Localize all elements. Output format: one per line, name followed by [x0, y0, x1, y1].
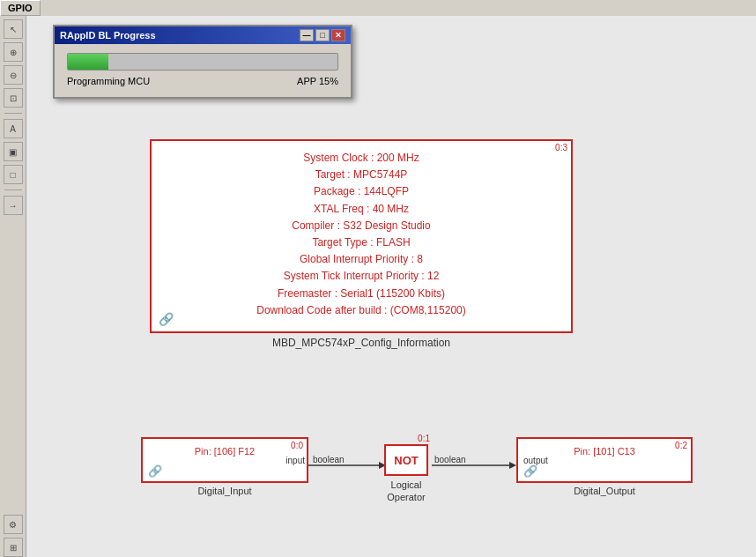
info-line-0: System Clock : 200 MHz [169, 150, 553, 167]
dialog-controls: — □ ✕ [300, 29, 345, 41]
boolean-label-2: boolean [434, 455, 466, 464]
digital-input-label: Digital_Input [141, 486, 308, 496]
info-line-7: System Tick Interrupt Priority : 12 [169, 268, 553, 285]
grid-btn[interactable]: ⊞ [4, 538, 23, 557]
info-line-5: Target Type : FLASH [169, 234, 553, 251]
info-line-3: XTAL Freq : 40 MHz [169, 201, 553, 218]
dialog-titlebar: RAppID BL Progress — □ ✕ [55, 26, 351, 44]
not-block-label: LogicalOperator [384, 479, 428, 504]
gpio-tab[interactable]: GPIO [0, 0, 41, 17]
info-line-2: Package : 144LQFP [169, 183, 553, 200]
digital-input-corner-id: 0:0 [291, 441, 303, 450]
digital-input-content: Pin: [106] F12 [143, 439, 307, 464]
digital-output-container: 0:2 Pin: [101] C13 output 🔗 Digital_Outp… [516, 437, 693, 496]
digital-output-label: Digital_Output [516, 486, 693, 496]
svg-marker-3 [509, 462, 516, 469]
info-box-label: MBD_MPC574xP_Config_Information [272, 337, 450, 349]
arrow-btn[interactable]: → [4, 196, 23, 215]
digital-output-port-label: output [521, 456, 548, 465]
digital-input-link-icon: 🔗 [148, 464, 162, 478]
text-btn[interactable]: A [4, 119, 23, 138]
close-button[interactable]: ✕ [331, 29, 345, 41]
progress-dialog: RAppID BL Progress — □ ✕ Programming MCU… [53, 25, 352, 99]
fit-btn[interactable]: ⊡ [4, 88, 23, 108]
boolean-label-1: boolean [313, 455, 345, 464]
info-link-icon: 🔗 [159, 312, 174, 326]
dialog-title: RAppID BL Progress [60, 30, 300, 41]
digital-output-block[interactable]: 0:2 Pin: [101] C13 output 🔗 [516, 437, 693, 483]
not-block-corner-id: 0:1 [418, 434, 430, 443]
rect-btn[interactable]: □ [4, 165, 23, 184]
left-toolbar: ↖ ⊕ ⊖ ⊡ A ▣ □ → ⚙ ⊞ [0, 16, 26, 557]
info-line-1: Target : MPC5744P [169, 167, 553, 183]
not-text: NOT [394, 454, 418, 467]
toolbar-sep2 [4, 189, 22, 190]
info-box-text: System Clock : 200 MHz Target : MPC5744P… [169, 150, 553, 319]
image-btn[interactable]: ▣ [4, 142, 23, 161]
info-box: 0:3 System Clock : 200 MHz Target : MPC5… [150, 139, 573, 333]
digital-output-text: Pin: [101] C13 [574, 446, 635, 457]
info-line-8: Freemaster : Serial1 (115200 Kbits) [169, 286, 553, 302]
digital-output-link-icon: 🔗 [523, 464, 537, 478]
not-block[interactable]: NOT [384, 444, 428, 476]
info-line-6: Global Interrupt Priority : 8 [169, 251, 553, 268]
progress-bar-fill [68, 54, 108, 70]
progress-bar-container [67, 53, 338, 71]
zoom-in-btn[interactable]: ⊕ [4, 42, 23, 62]
main-canvas: ↖ ⊕ ⊖ ⊡ A ▣ □ → ⚙ ⊞ RAppID BL Progress [0, 16, 756, 557]
percent-label: APP 15% [297, 76, 338, 86]
canvas-content: RAppID BL Progress — □ ✕ Programming MCU… [26, 16, 756, 557]
info-box-corner-id: 0:3 [555, 143, 567, 152]
minimize-button[interactable]: — [300, 29, 314, 41]
settings-btn[interactable]: ⚙ [4, 515, 23, 534]
toolbar-sep1 [4, 113, 22, 114]
info-line-9: Download Code after build : (COM8,115200… [169, 302, 553, 319]
digital-input-container: 0:0 Pin: [106] F12 input 🔗 Digital_Input [141, 437, 308, 496]
digital-input-port-label: input [285, 456, 308, 465]
zoom-out-btn[interactable]: ⊖ [4, 65, 23, 85]
not-block-container: 0:1 NOT LogicalOperator [384, 444, 428, 504]
digital-output-corner-id: 0:2 [675, 441, 687, 450]
info-line-4: Compiler : S32 Design Studio [169, 218, 553, 234]
programming-status: Programming MCU [67, 76, 150, 86]
progress-status-row: Programming MCU APP 15% [67, 76, 338, 86]
digital-input-block[interactable]: 0:0 Pin: [106] F12 input 🔗 [141, 437, 308, 483]
digital-input-text: Pin: [106] F12 [195, 446, 256, 457]
pointer-btn[interactable]: ↖ [4, 19, 23, 39]
restore-button[interactable]: □ [315, 29, 330, 41]
dialog-body: Programming MCU APP 15% [55, 44, 351, 97]
